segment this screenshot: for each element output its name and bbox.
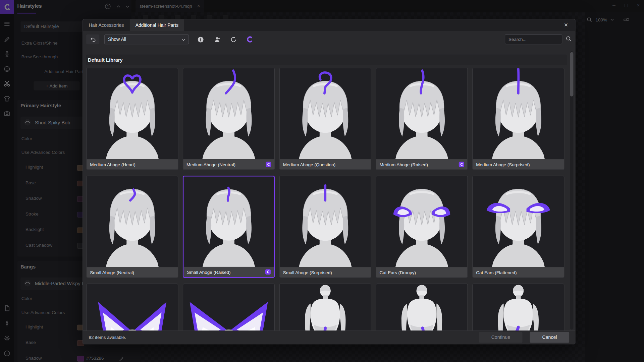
grid-item[interactable] [472,284,564,331]
grid-item[interactable]: Small Ahoge (Neutral) [86,176,178,278]
item-label: Medium Ahoge (Raised) [379,162,428,167]
library-section-header: Default Library [86,55,567,65]
item-label: Medium Ahoge (Surprised) [476,162,530,167]
filter-caret-icon [181,37,185,42]
item-thumbnail [87,68,178,159]
item-thumbnail [87,176,178,267]
grid-item[interactable]: Medium Ahoge (Heart) [86,68,178,170]
item-label-bar: Small Ahoge (Neutral) [87,267,178,278]
tab-hair-accessories[interactable]: Hair Accessories [83,19,129,32]
item-label: Cat Ears (Flattened) [476,270,517,275]
item-label-bar: Small Ahoge (Surprised) [280,267,371,278]
item-thumbnail [473,176,564,267]
grid-item[interactable]: Medium Ahoge (Neutral) [183,68,275,170]
refresh-button[interactable] [228,35,238,44]
items-count-status: 92 items available. [89,335,126,340]
cancel-button[interactable]: Cancel [530,332,569,343]
item-thumbnail [376,176,468,267]
grid-item[interactable]: Medium Ahoge (Raised) [376,68,468,170]
grid-item[interactable] [86,284,178,331]
item-label: Medium Ahoge (Heart) [90,162,136,167]
grid-item[interactable]: Medium Ahoge (Question) [279,68,371,170]
item-thumbnail [183,68,274,159]
item-thumbnail [376,68,468,159]
grid-item[interactable] [183,284,275,331]
grid-item[interactable]: Small Ahoge (Raised) [183,176,275,278]
item-label-bar: Medium Ahoge (Question) [280,159,371,170]
dialog-tabs: Hair Accessories Additional Hair Parts [83,19,575,32]
item-label-bar: Cat Ears (Flattened) [473,267,564,278]
item-label-bar: Medium Ahoge (Neutral) [183,159,274,170]
grid-item[interactable]: Small Ahoge (Surprised) [279,176,371,278]
brand-badge-icon [266,162,271,167]
brand-badge-icon [265,269,271,275]
undo-button[interactable] [86,35,99,44]
library-section-title: Default Library [86,57,123,63]
item-thumbnail [280,284,371,331]
item-label: Medium Ahoge (Neutral) [186,162,235,167]
search-input[interactable] [505,35,562,44]
items-grid: Medium Ahoge (Heart)Medium Ahoge (Neutra… [86,68,565,331]
grid-item[interactable]: Cat Ears (Flattened) [472,176,564,278]
search-icon[interactable] [566,36,572,43]
item-label-bar: Medium Ahoge (Heart) [87,159,178,170]
item-label-bar: Medium Ahoge (Surprised) [473,159,564,170]
scrollbar[interactable] [570,51,574,329]
item-label-bar: Medium Ahoge (Raised) [376,159,468,170]
item-label: Medium Ahoge (Question) [283,162,335,167]
item-thumbnail [87,284,178,331]
item-thumbnail [183,284,274,331]
dialog-close-icon[interactable]: × [562,21,570,29]
dialog-toolbar: Show All [86,34,572,45]
item-thumbnail [183,177,274,267]
item-label: Small Ahoge (Raised) [187,269,230,275]
item-thumbnail [473,284,564,331]
item-thumbnail [473,68,564,159]
item-label: Small Ahoge (Neutral) [90,270,134,275]
filter-select-value: Show All [108,37,126,42]
dialog-footer: 92 items available. Continue Cancel [83,330,575,344]
app-window: steam-screenshot-04.mqn × – □ × 100% [0,0,644,362]
item-label: Small Ahoge (Surprised) [283,270,332,275]
import-user-button[interactable] [212,35,222,44]
grid-item[interactable] [279,284,371,331]
grid-item[interactable]: Medium Ahoge (Surprised) [472,68,564,170]
item-thumbnail [280,68,371,159]
info-button[interactable] [196,35,205,44]
item-label: Cat Ears (Droopy) [379,270,416,275]
tab-additional-hair-parts[interactable]: Additional Hair Parts [129,19,184,32]
grid-item[interactable]: Cat Ears (Droopy) [376,176,468,278]
scrollbar-thumb[interactable] [570,52,574,97]
item-label-bar: Cat Ears (Droopy) [376,267,468,278]
brand-badge-icon [459,162,464,167]
item-thumbnail [280,176,371,267]
filter-select[interactable]: Show All [104,35,189,44]
continue-button[interactable]: Continue [479,332,523,343]
brand-button[interactable] [245,35,255,44]
hair-parts-dialog: Hair Accessories Additional Hair Parts ×… [83,19,575,344]
grid-item[interactable] [376,284,468,331]
item-thumbnail [376,284,468,331]
item-label-bar: Small Ahoge (Raised) [183,267,274,277]
